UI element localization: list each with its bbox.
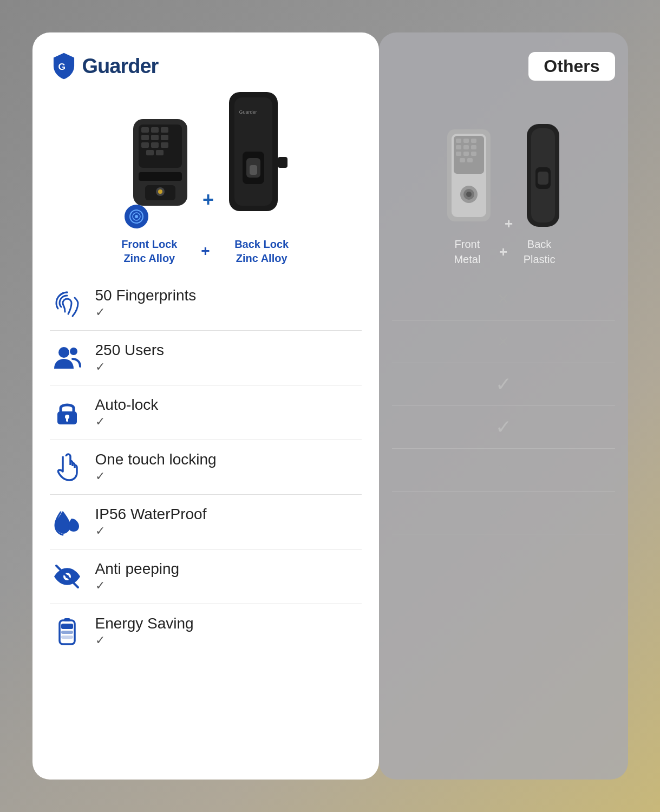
svg-rect-54 xyxy=(460,158,465,162)
svg-rect-47 xyxy=(471,139,476,143)
lock-icon xyxy=(50,395,84,430)
others-label-wrapper: Others xyxy=(392,52,615,81)
others-front-label: Front Metal xyxy=(437,237,497,267)
others-front-lock-image xyxy=(442,124,496,232)
feature-name: One touch locking xyxy=(95,451,362,468)
feature-row-left: 250 Users✓ xyxy=(50,331,362,385)
users-icon xyxy=(50,340,84,375)
svg-rect-38 xyxy=(64,618,70,621)
feature-row-right: ✓ xyxy=(392,406,615,449)
svg-rect-51 xyxy=(456,152,461,156)
svg-rect-13 xyxy=(156,150,164,155)
back-lock-label: Back Lock Zinc Alloy xyxy=(214,237,309,265)
others-back-label: Back Plastic xyxy=(509,237,569,267)
others-plus-between-labels: + xyxy=(499,244,507,260)
svg-point-21 xyxy=(135,215,138,218)
svg-point-58 xyxy=(466,192,472,197)
svg-point-17 xyxy=(158,189,162,194)
feature-content: IP56 WaterProof✓ xyxy=(95,506,362,538)
feature-rows-left: 50 Fingerprints✓ 250 Users✓ Auto-lock✓ O… xyxy=(50,276,362,760)
right-others-card: Others xyxy=(379,32,628,780)
x-symbol: × xyxy=(498,287,509,310)
svg-rect-27 xyxy=(250,165,257,175)
svg-rect-10 xyxy=(151,142,159,148)
product-plus-label: + xyxy=(201,237,210,265)
feature-name: Anti peeping xyxy=(95,560,362,578)
eye-icon xyxy=(50,559,84,594)
feature-row-right: × xyxy=(392,278,615,320)
feature-row-left: Energy Saving✓ xyxy=(50,604,362,658)
feature-name: Energy Saving xyxy=(95,615,362,632)
svg-rect-9 xyxy=(141,142,149,148)
feature-content: 50 Fingerprints✓ xyxy=(95,287,362,319)
feature-content: Anti peeping✓ xyxy=(95,560,362,593)
svg-rect-28 xyxy=(278,157,287,168)
feature-row-right: × xyxy=(392,492,615,534)
others-product-labels: Front Metal + Back Plastic xyxy=(392,237,615,267)
others-label: Others xyxy=(528,52,615,81)
brand-name: Guarder xyxy=(82,55,159,78)
feature-name: 50 Fingerprints xyxy=(95,287,362,304)
feature-check: ✓ xyxy=(95,360,362,374)
guarder-logo-shield: G xyxy=(50,52,78,80)
feature-rows-right: ××✓✓××× xyxy=(392,278,615,760)
feature-content: One touch locking✓ xyxy=(95,451,362,483)
logo-area: G Guarder xyxy=(50,52,362,80)
others-product-images: + xyxy=(392,91,615,232)
feature-row-right: ✓ xyxy=(392,363,615,406)
guarder-back-lock-image: Guarder xyxy=(218,87,289,233)
feature-check: ✓ xyxy=(95,524,362,538)
feature-row-left: 50 Fingerprints✓ xyxy=(50,276,362,331)
feature-content: Energy Saving✓ xyxy=(95,615,362,647)
svg-rect-55 xyxy=(467,158,473,162)
x-symbol: × xyxy=(498,330,509,353)
check-symbol: ✓ xyxy=(495,416,512,438)
feature-check: ✓ xyxy=(95,579,362,593)
svg-rect-4 xyxy=(151,127,159,133)
feature-row-right: × xyxy=(392,534,615,577)
svg-rect-8 xyxy=(161,135,168,140)
touch-icon xyxy=(50,450,84,484)
svg-rect-52 xyxy=(463,152,469,156)
feature-name: Auto-lock xyxy=(95,396,362,414)
check-symbol: ✓ xyxy=(495,373,512,396)
feature-content: Auto-lock✓ xyxy=(95,396,362,429)
feature-row-right: × xyxy=(392,449,615,492)
svg-rect-48 xyxy=(456,145,461,149)
feature-row-left: Anti peeping✓ xyxy=(50,549,362,604)
feature-check: ✓ xyxy=(95,633,362,647)
feature-name: 250 Users xyxy=(95,342,362,359)
comparison-wrapper: G Guarder xyxy=(32,32,628,780)
guarder-front-lock-image xyxy=(122,114,198,233)
guarder-product-images: + Guarder xyxy=(50,92,362,233)
x-symbol: × xyxy=(498,501,509,524)
front-lock-label: Front Lock Zinc Alloy xyxy=(102,237,197,265)
feature-check: ✓ xyxy=(95,415,362,429)
x-symbol: × xyxy=(498,544,509,567)
page-background: G Guarder xyxy=(0,0,660,812)
svg-rect-45 xyxy=(456,139,461,143)
plus-between-products: + xyxy=(202,188,214,211)
svg-rect-14 xyxy=(139,172,182,181)
svg-rect-11 xyxy=(161,142,168,148)
water-icon xyxy=(50,505,84,539)
svg-rect-3 xyxy=(141,127,149,133)
feature-row-left: IP56 WaterProof✓ xyxy=(50,495,362,549)
left-product-card: G Guarder xyxy=(32,32,379,780)
svg-rect-33 xyxy=(66,418,68,422)
feature-check: ✓ xyxy=(95,469,362,483)
feature-check: ✓ xyxy=(95,305,362,319)
feature-content: 250 Users✓ xyxy=(95,342,362,374)
feature-name: IP56 WaterProof xyxy=(95,506,362,523)
svg-rect-39 xyxy=(61,624,73,629)
svg-point-29 xyxy=(58,347,69,358)
svg-rect-50 xyxy=(471,145,476,149)
fingerprint-icon xyxy=(50,286,84,320)
others-plus-label: + xyxy=(505,215,513,232)
feature-row-right: × xyxy=(392,320,615,363)
guarder-product-labels: Front Lock Zinc Alloy + Back Lock Zinc A… xyxy=(50,237,362,265)
svg-rect-40 xyxy=(61,631,73,634)
svg-rect-62 xyxy=(538,172,548,185)
battery-icon xyxy=(50,614,84,649)
svg-rect-6 xyxy=(141,135,149,140)
